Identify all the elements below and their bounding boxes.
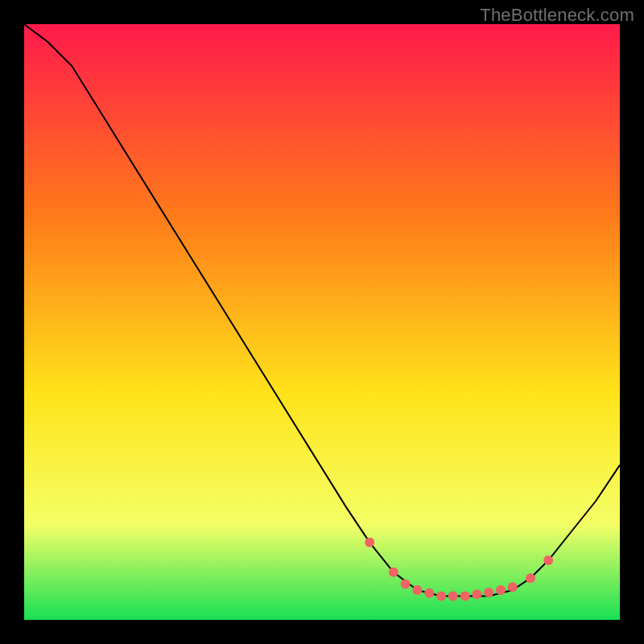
marker-dot (484, 588, 493, 597)
watermark-text: TheBottleneck.com (480, 5, 634, 26)
plot-area (24, 24, 620, 620)
marker-dot (424, 588, 434, 598)
marker-dot (508, 582, 518, 592)
gradient-background (24, 24, 620, 620)
chart-svg (24, 24, 620, 620)
chart-frame: TheBottleneck.com (0, 0, 644, 644)
marker-dot (543, 555, 553, 565)
marker-dot (448, 591, 458, 601)
marker-dot (472, 589, 481, 599)
marker-dot (412, 585, 422, 595)
marker-dot (401, 580, 411, 589)
marker-dot (496, 585, 506, 595)
marker-dot (460, 591, 470, 601)
marker-dot (526, 573, 535, 583)
marker-dot (365, 538, 374, 547)
marker-dot (436, 591, 446, 601)
marker-dot (389, 568, 398, 577)
